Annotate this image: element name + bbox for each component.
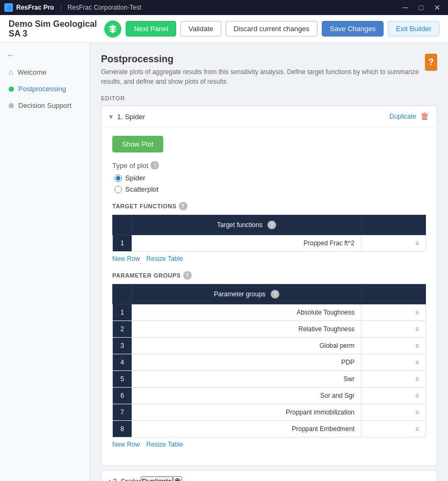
discard-button[interactable]: Discard current changes xyxy=(226,21,317,37)
app-header-logo xyxy=(104,20,121,38)
tf-col-help-icon[interactable]: ? xyxy=(268,221,276,229)
app-name: ResFrac Pro xyxy=(16,4,54,11)
pg-cell-drag[interactable]: ≡ xyxy=(362,421,426,438)
pg-row-num: 1 xyxy=(113,304,132,321)
pg-row-num: 4 xyxy=(113,354,132,371)
sidebar-item-welcome[interactable]: ⌂ Welcome xyxy=(0,63,90,81)
pg-row-num: 3 xyxy=(113,338,132,354)
tf-col-num xyxy=(113,215,132,235)
window-controls: ─ □ ✕ xyxy=(400,2,444,13)
tf-col-header: Target functions ? xyxy=(132,215,362,235)
logo-svg xyxy=(108,24,118,34)
pg-cell-drag[interactable]: ≡ xyxy=(362,388,426,404)
status-dot-green xyxy=(9,86,14,92)
panel-1-chevron-icon: ▾ xyxy=(109,112,113,121)
pg-cell-value: Sor and Sgr xyxy=(132,388,362,404)
pg-cell-drag[interactable]: ≡ xyxy=(362,371,426,388)
plot-type-help-icon[interactable]: ? xyxy=(150,161,159,170)
tf-row-num: 1 xyxy=(113,235,132,252)
panel-2-card: ▸ 2. Spider Duplicate 🗑 xyxy=(101,470,437,481)
pg-row-num: 7 xyxy=(113,404,132,421)
panel-2-chevron-icon: ▸ xyxy=(109,477,113,481)
table-row: 7 Proppant immobilization ≡ xyxy=(113,404,426,421)
radio-spider[interactable]: Spider xyxy=(114,174,426,182)
pg-cell-value: Relative Toughness xyxy=(132,321,362,338)
status-dot-gray xyxy=(9,103,14,108)
minimize-button[interactable]: ─ xyxy=(400,2,411,13)
pg-cell-drag[interactable]: ≡ xyxy=(362,404,426,421)
target-functions-table: Target functions ? 1 Propped Frac ft^2 ≡ xyxy=(112,215,426,252)
exit-builder-button[interactable]: Exit Builder xyxy=(388,21,439,37)
parameter-groups-footer: New Row Resize Table xyxy=(112,441,426,448)
parameter-groups-help-icon[interactable]: ? xyxy=(183,271,192,280)
collapse-button[interactable]: ← xyxy=(0,47,90,63)
panel-2-title: 2. Spider xyxy=(113,477,141,481)
pg-cell-drag[interactable]: ≡ xyxy=(362,321,426,338)
pg-cell-drag[interactable]: ≡ xyxy=(362,338,426,354)
sidebar-label-welcome: Welcome xyxy=(17,68,46,76)
maximize-button[interactable]: □ xyxy=(416,2,427,13)
panel-1-duplicate-button[interactable]: Duplicate xyxy=(389,113,416,120)
header: Demo Sim Geological SA 3 Next Panel Vali… xyxy=(0,15,448,43)
tf-new-row-button[interactable]: New Row xyxy=(112,255,140,263)
plot-type-label: Type of plot ? xyxy=(112,161,426,170)
table-row: 1 Absolute Toughness ≡ xyxy=(113,304,426,321)
parameter-groups-section: PARAMETER GROUPS ? Parameter groups ? xyxy=(112,271,426,448)
pg-col-num xyxy=(113,285,132,304)
pg-row-num: 2 xyxy=(113,321,132,338)
radio-spider-label: Spider xyxy=(125,174,146,182)
panel-1-header[interactable]: ▾ 1. Spider Duplicate 🗑 xyxy=(102,106,437,127)
target-functions-section: TARGET FUNCTIONS ? Target functions ? xyxy=(112,202,426,263)
main-content: Postprocessing Generate plots of aggrega… xyxy=(90,43,448,481)
save-button[interactable]: Save Changes xyxy=(322,21,384,37)
pg-cell-drag[interactable]: ≡ xyxy=(362,304,426,321)
panel-2-header[interactable]: ▸ 2. Spider Duplicate 🗑 xyxy=(102,471,437,481)
postprocessing-title: Postprocessing xyxy=(101,54,425,65)
table-row: 1 Propped Frac ft^2 ≡ xyxy=(113,235,426,252)
company-name: ResFrac Corporation-Test xyxy=(68,4,141,11)
panel-1-title: 1. Spider xyxy=(117,113,389,121)
sidebar-item-postprocessing[interactable]: Postprocessing xyxy=(0,81,90,97)
page-title: Demo Sim Geological SA 3 xyxy=(9,19,100,39)
tf-cell-value: Propped Frac ft^2 xyxy=(132,235,362,252)
pg-col-header: Parameter groups ? xyxy=(132,285,362,304)
sidebar-label-postprocessing: Postprocessing xyxy=(18,85,66,93)
radio-scatterplot[interactable]: Scatterplot xyxy=(114,185,426,193)
tf-resize-button[interactable]: Resize Table xyxy=(146,255,183,263)
pg-cell-value: Proppant immobilization xyxy=(132,404,362,421)
pg-resize-button[interactable]: Resize Table xyxy=(146,441,183,448)
panel-2-delete-button[interactable]: 🗑 xyxy=(173,476,182,481)
validate-button[interactable]: Validate xyxy=(180,21,221,37)
radio-spider-input[interactable] xyxy=(114,174,122,182)
panel-1-content: Show Plot Type of plot ? Spider xyxy=(102,127,437,465)
pg-cell-drag[interactable]: ≡ xyxy=(362,354,426,371)
pg-cell-value: Swr xyxy=(132,371,362,388)
pg-col-help-icon[interactable]: ? xyxy=(271,290,279,298)
postprocessing-subtitle: Generate plots of aggregate results from… xyxy=(101,67,425,86)
tf-cell-drag[interactable]: ≡ xyxy=(362,235,426,252)
help-button[interactable]: ? xyxy=(425,54,437,71)
plot-type-radio-group: Spider Scatterplot xyxy=(114,174,426,193)
panel-2-duplicate-button[interactable]: Duplicate xyxy=(141,476,173,481)
pg-cell-value: Absolute Toughness xyxy=(132,304,362,321)
target-functions-footer: New Row Resize Table xyxy=(112,255,426,263)
panel-1-card: ▾ 1. Spider Duplicate 🗑 Show Plot Type o… xyxy=(101,106,437,466)
plot-type-section: Type of plot ? Spider Scatterplot xyxy=(112,161,426,193)
panel-1-delete-button[interactable]: 🗑 xyxy=(421,112,429,121)
show-plot-button[interactable]: Show Plot xyxy=(112,136,163,152)
home-icon: ⌂ xyxy=(9,68,13,76)
tf-col-extra xyxy=(362,215,426,235)
pg-cell-value: PDP xyxy=(132,354,362,371)
sidebar-item-decision-support[interactable]: Decision Support xyxy=(0,97,90,114)
pg-cell-value: Global perm xyxy=(132,338,362,354)
sidebar-label-decision-support: Decision Support xyxy=(18,101,71,110)
target-functions-help-icon[interactable]: ? xyxy=(179,202,187,210)
next-panel-button[interactable]: Next Panel xyxy=(126,21,176,37)
radio-scatterplot-input[interactable] xyxy=(114,186,122,193)
sidebar: ← ⌂ Welcome Postprocessing Decision Supp… xyxy=(0,43,90,481)
logo-icon: 🔷 xyxy=(4,3,13,12)
pg-new-row-button[interactable]: New Row xyxy=(112,441,140,448)
parameter-groups-label: PARAMETER GROUPS ? xyxy=(112,271,426,280)
table-row: 5 Swr ≡ xyxy=(113,371,426,388)
close-button[interactable]: ✕ xyxy=(431,2,444,13)
